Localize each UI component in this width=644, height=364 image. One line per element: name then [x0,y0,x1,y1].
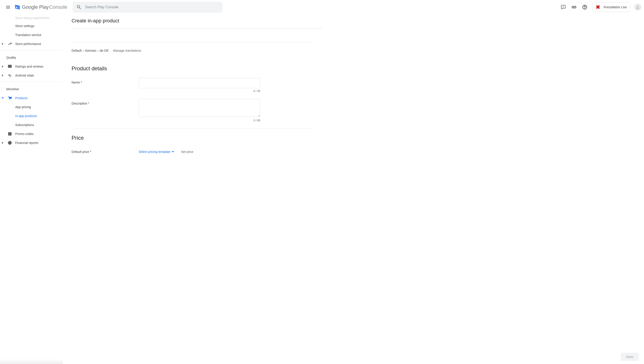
sidebar-item-android-vitals[interactable]: Android vitals [0,71,62,80]
search-icon [76,5,82,10]
sidebar-item-products[interactable]: Products [0,94,62,103]
sidebar-section-quality: Quality [0,52,62,62]
language-row: Default – German – de-DE Manage translat… [72,42,313,59]
svg-point-7 [9,99,10,100]
page-title: Create in-app product [72,14,313,28]
sidebar-item-subscriptions[interactable]: Subscriptions [0,120,62,129]
sidebar-item-store-performance[interactable]: Store performance [0,39,62,48]
logo-text: Google Play Console [22,4,67,10]
link-button[interactable] [570,3,578,12]
set-price-link[interactable]: Set price [181,150,194,153]
default-language: Default – German – de-DE [72,49,109,52]
sidebar-item-ratings-reviews[interactable]: Ratings and reviews [0,62,62,71]
app-name: PressMatrix Live [604,5,627,9]
header-actions: ✖ PressMatrix Live [559,2,641,12]
help-icon [582,5,588,10]
app-icon: ✖ [594,4,602,11]
label-default-price: Default price * [72,147,139,153]
chevron-right-icon [2,43,4,45]
sidebar-item-promo-codes[interactable]: Promo codes [0,129,62,138]
search-input[interactable] [85,5,219,9]
section-product-details: Product details [72,65,313,72]
svg-point-8 [11,99,12,100]
help-button[interactable] [580,3,589,12]
logo[interactable]: Google Play Console [14,4,67,10]
search-box[interactable] [73,2,222,13]
sidebar-item-in-app-products[interactable]: In-app products [0,111,62,120]
dropdown-arrow-icon [172,151,174,153]
cart-icon [8,96,12,100]
chevron-right-icon [2,74,4,77]
chevron-right-icon [2,142,4,144]
field-row-name: Name * 0 / 55 [72,78,313,93]
sidebar-section-monetise: Monetise [0,84,62,94]
reviews-icon [8,64,12,69]
app-selector[interactable]: ✖ PressMatrix Live [592,2,630,12]
trending-icon [8,42,12,46]
svg-point-2 [563,8,563,8]
pricing-template-dropdown[interactable]: Select pricing template [139,150,174,153]
name-counter: 0 / 55 [139,90,260,93]
link-icon [571,5,577,10]
sidebar-item-store-settings[interactable]: Store settings [0,22,62,31]
feedback-icon [560,5,566,10]
person-icon [636,5,640,10]
chevron-down-icon [2,97,4,99]
description-counter: 0 / 80 [139,119,260,122]
sidebar-item-financial-reports[interactable]: Financial reports [0,138,62,147]
feedback-button[interactable] [559,3,568,12]
play-console-logo-icon [14,4,20,10]
sidebar-item-truncated[interactable]: Store listing experiments [0,14,62,22]
menu-button[interactable] [3,2,14,13]
label-description: Description * [72,99,139,105]
description-textarea[interactable] [139,99,260,117]
manage-translations-link[interactable]: Manage translations [113,49,141,52]
sidebar-item-translation-service[interactable]: Translation service [0,31,62,39]
chevron-right-icon [2,65,4,68]
sidebar-item-app-pricing[interactable]: App pricing [0,103,62,111]
name-input[interactable] [139,78,260,88]
app-header: Google Play Console ✖ PressMatrix Live [0,0,644,14]
label-name: Name * [72,78,139,84]
field-row-description: Description * 0 / 80 [72,99,313,122]
field-row-default-price: Default price * Select pricing template … [72,147,313,153]
storefront-icon [8,132,12,136]
section-price: Price [72,135,313,141]
dollar-circle-icon [8,141,12,145]
account-avatar[interactable] [634,4,641,11]
vitals-icon [8,73,12,78]
hamburger-icon [5,5,11,10]
main-content: Create in-app product Default – German –… [62,14,322,182]
sidebar: Store listing experiments Store settings… [0,14,62,182]
